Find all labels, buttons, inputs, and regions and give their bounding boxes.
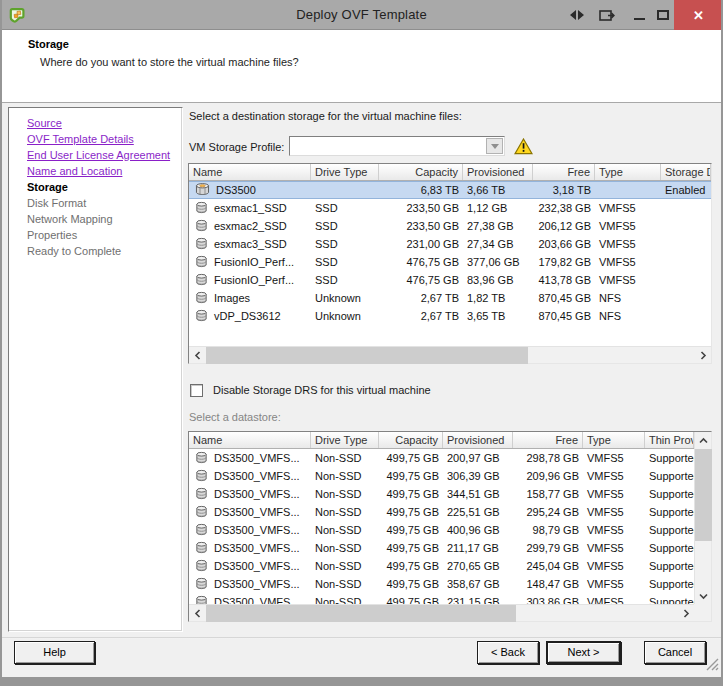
datastore-table-hscrollbar[interactable]: [189, 604, 694, 621]
datastore-icon: [195, 291, 208, 306]
storage-table-body: DS35006,83 TB3,66 TB3,18 TBEnabledesxmac…: [189, 181, 711, 346]
column-header-name[interactable]: Name: [189, 432, 311, 448]
scrollbar-corner: [694, 604, 711, 621]
layout-toggle-button[interactable]: [565, 0, 589, 30]
next-button[interactable]: Next >: [546, 641, 621, 664]
table-row[interactable]: esxmac1_SSDSSD233,50 GB1,12 GB232,38 GBV…: [189, 199, 711, 217]
table-row[interactable]: esxmac3_SSDSSD231,00 GB27,34 GB203,66 GB…: [189, 235, 711, 253]
cluster-datastore-icon: [195, 183, 210, 198]
row-cell: VMFS5: [583, 560, 645, 572]
row-cell: VMFS5: [583, 578, 645, 590]
row-name: DS3500_VMFS...: [214, 542, 300, 554]
column-header-provisioned[interactable]: Provisioned: [443, 432, 513, 448]
row-name: DS3500: [216, 184, 256, 196]
datastore-icon: [195, 505, 208, 520]
column-header-name[interactable]: Name: [189, 164, 311, 180]
resize-grip[interactable]: [706, 657, 719, 675]
vm-storage-profile-dropdown-button[interactable]: [486, 138, 503, 154]
sidebar-item-source[interactable]: Source: [27, 115, 182, 131]
scroll-left-icon[interactable]: [189, 347, 206, 364]
table-row[interactable]: DS3500_VMFS...Non-SSD499,75 GB344,51 GB1…: [189, 485, 694, 503]
sidebar-item-name-and-location[interactable]: Name and Location: [27, 163, 182, 179]
maximize-icon: [657, 10, 669, 20]
table-row[interactable]: FusionIO_Perf...SSD476,75 GB83,96 GB413,…: [189, 271, 711, 289]
column-header-type[interactable]: Type: [583, 432, 645, 448]
row-cell: 158,77 GB: [513, 488, 583, 500]
table-row[interactable]: DS3500_VMFS...Non-SSD499,75 GB211,17 GB2…: [189, 539, 694, 557]
table-row[interactable]: vDP_DS3612Unknown2,67 TB3,65 TB870,45 GB…: [189, 307, 711, 325]
row-cell: 232,38 GB: [533, 202, 595, 214]
row-name: DS3500_VMFS...: [214, 470, 300, 482]
table-row[interactable]: ImagesUnknown2,67 TB1,82 TB870,45 GBNFS: [189, 289, 711, 307]
row-cell: 499,75 GB: [379, 560, 443, 572]
datastore-icon: [195, 487, 208, 502]
row-cell: 1,12 GB: [463, 202, 533, 214]
column-header-capacity[interactable]: Capacity: [379, 164, 463, 180]
scroll-down-icon[interactable]: [695, 587, 712, 604]
vscroll-thumb[interactable]: [695, 449, 712, 541]
popout-button[interactable]: [595, 0, 619, 30]
close-button[interactable]: ✕: [674, 0, 723, 30]
table-row[interactable]: DS3500_VMFS...Non-SSD499,75 GB400,96 GB9…: [189, 521, 694, 539]
table-row[interactable]: DS3500_VMFS...Non-SSD499,75 GB225,51 GB2…: [189, 503, 694, 521]
row-cell: SSD: [311, 238, 379, 250]
column-header-storage-drs[interactable]: Storage DRS: [661, 164, 711, 180]
cancel-button[interactable]: Cancel: [644, 641, 706, 664]
sidebar-item-ovf-template-details[interactable]: OVF Template Details: [27, 131, 182, 147]
column-header-capacity[interactable]: Capacity: [379, 432, 443, 448]
help-button[interactable]: Help: [14, 641, 95, 664]
row-cell: Non-SSD: [311, 506, 379, 518]
scroll-right-icon[interactable]: [677, 605, 694, 622]
row-cell: Non-SSD: [311, 488, 379, 500]
column-header-free[interactable]: Free: [533, 164, 595, 180]
scroll-left-icon[interactable]: [189, 605, 206, 622]
table-row[interactable]: DS3500_VMFS...Non-SSD499,75 GB358,67 GB1…: [189, 575, 694, 593]
row-cell: VMFS5: [583, 452, 645, 464]
close-icon: ✕: [693, 9, 704, 22]
datastore-table-vscrollbar[interactable]: [694, 432, 711, 604]
row-cell: 3,65 TB: [463, 310, 533, 322]
row-cell: 499,75 GB: [379, 506, 443, 518]
row-cell: 233,50 GB: [379, 220, 463, 232]
page-subtitle: Where do you want to store the virtual m…: [40, 56, 299, 68]
table-row[interactable]: DS3500_VMFS...Non-SSD499,75 GB200,97 GB2…: [189, 449, 694, 467]
sidebar-item-storage: Storage: [27, 179, 182, 195]
row-cell: SSD: [311, 202, 379, 214]
row-cell: 499,75 GB: [379, 542, 443, 554]
datastore-icon: [195, 273, 208, 288]
storage-table: NameDrive TypeCapacityProvisionedFreeTyp…: [188, 163, 712, 364]
column-header-drive-type[interactable]: Drive Type: [311, 164, 379, 180]
row-cell: 2,67 TB: [379, 292, 463, 304]
table-row[interactable]: DS3500_VMFS...Non-SSD499,75 GB270,65 GB2…: [189, 557, 694, 575]
row-cell: 27,38 GB: [463, 220, 533, 232]
table-row[interactable]: FusionIO_Perf...SSD476,75 GB377,06 GB179…: [189, 253, 711, 271]
sidebar-item-properties: Properties: [27, 227, 182, 243]
disable-sdrs-checkbox[interactable]: [190, 384, 203, 397]
table-row[interactable]: DS35006,83 TB3,66 TB3,18 TBEnabled: [189, 181, 711, 199]
table-row[interactable]: DS3500_VMFS...Non-SSD499,75 GB306,39 GB2…: [189, 467, 694, 485]
back-button[interactable]: < Back: [477, 641, 539, 664]
row-cell: 476,75 GB: [379, 256, 463, 268]
vm-storage-profile-select[interactable]: [289, 136, 505, 156]
hscroll-thumb[interactable]: [206, 605, 516, 622]
row-cell: 225,51 GB: [443, 506, 513, 518]
row-name: esxmac2_SSD: [214, 220, 287, 232]
scroll-right-icon[interactable]: [694, 347, 711, 364]
sidebar-item-end-user-license-agreement[interactable]: End User License Agreement: [27, 147, 182, 163]
scroll-up-icon[interactable]: [695, 432, 712, 449]
minimize-button[interactable]: [628, 0, 650, 30]
hscroll-thumb[interactable]: [206, 347, 528, 364]
row-cell: VMFS5: [595, 256, 661, 268]
storage-table-hscrollbar[interactable]: [189, 346, 711, 363]
column-header-provisioned[interactable]: Provisioned: [463, 164, 533, 180]
sidebar-item-ready-to-complete: Ready to Complete: [27, 243, 182, 259]
row-cell: 245,04 GB: [513, 560, 583, 572]
table-row[interactable]: esxmac2_SSDSSD233,50 GB27,38 GB206,12 GB…: [189, 217, 711, 235]
column-header-free[interactable]: Free: [513, 432, 583, 448]
column-header-thin-provisioning[interactable]: Thin Provisioning: [645, 432, 694, 448]
maximize-button[interactable]: [652, 0, 674, 30]
chevron-down-icon: [491, 144, 499, 153]
column-header-drive-type[interactable]: Drive Type: [311, 432, 379, 448]
sidebar-item-network-mapping: Network Mapping: [27, 211, 182, 227]
column-header-type[interactable]: Type: [595, 164, 661, 180]
